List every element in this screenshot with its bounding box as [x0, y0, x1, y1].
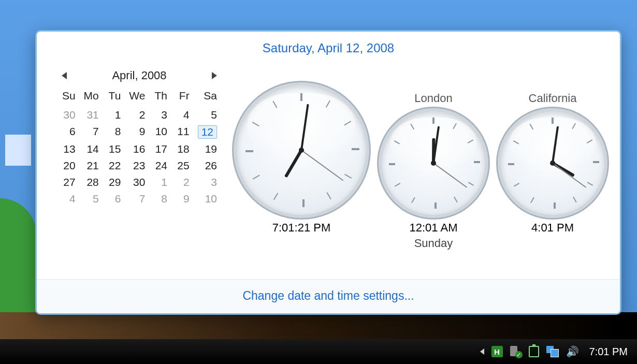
tray-expand-icon[interactable]	[480, 348, 484, 355]
calendar-day-cell[interactable]: 22	[103, 159, 125, 172]
calendar-day-cell[interactable]: 2	[171, 176, 194, 189]
calendar-day-cell[interactable]: 18	[171, 142, 194, 156]
calendar-day-cell[interactable]: 17	[149, 142, 171, 156]
clock-minute-hand	[300, 104, 309, 151]
popup-footer: Change date and time settings...	[37, 279, 620, 313]
calendar-next-month-icon[interactable]	[212, 72, 217, 79]
calendar-day-cell[interactable]: 13	[57, 142, 80, 156]
calendar-day-cell[interactable]: 9	[171, 192, 194, 206]
calendar-day-cell[interactable]: 4	[57, 192, 80, 206]
calendar-dow-header: Fr	[171, 89, 194, 105]
tray-volume-icon[interactable]: 🔊	[566, 345, 579, 358]
calendar-day-cell[interactable]: 1	[149, 176, 171, 189]
calendar-day-cell[interactable]: 7	[125, 192, 149, 206]
clock-column: California4:01 PM	[501, 92, 604, 251]
calendar-day-cell[interactable]: 5	[80, 192, 103, 206]
calendar-day-cell[interactable]: 10	[149, 125, 171, 139]
taskbar-clock[interactable]: 7:01 PM	[589, 346, 628, 358]
clock-second-hand	[433, 163, 467, 188]
calendar-day-cell[interactable]: 26	[194, 159, 221, 172]
calendar-day-cell[interactable]: 28	[80, 176, 103, 189]
clock-column: London12:01 AMSunday	[382, 92, 485, 251]
clock-column: 7:01:21 PM	[237, 66, 366, 251]
calendar-day-cell[interactable]: 14	[80, 142, 103, 156]
calendar-day-cell[interactable]: 4	[171, 108, 194, 122]
calendar-month-title[interactable]: April, 2008	[112, 69, 166, 82]
calendar-day-cell[interactable]: 21	[80, 159, 103, 172]
calendar-day-cell[interactable]: 5	[194, 108, 221, 122]
calendar-prev-month-icon[interactable]	[62, 72, 67, 79]
calendar-day-cell[interactable]: 9	[125, 125, 149, 139]
calendar-day-cell[interactable]: 31	[80, 108, 103, 122]
calendar-day-cell[interactable]: 16	[125, 142, 149, 156]
calendar-day-cell[interactable]: 20	[57, 159, 80, 172]
calendar-dow-header: Su	[57, 89, 80, 105]
clock-day-label: Sunday	[414, 237, 453, 251]
analog-clock-face	[501, 111, 604, 215]
analog-clock-face	[382, 111, 485, 215]
calendar-day-cell[interactable]: 30	[125, 176, 149, 189]
calendar-day-cell[interactable]: 29	[103, 176, 125, 189]
tray-battery-icon[interactable]	[529, 346, 539, 357]
calendar-day-cell[interactable]: 8	[149, 192, 171, 206]
calendar-day-cell[interactable]: 6	[103, 192, 125, 206]
clock-city-label: California	[529, 92, 577, 106]
clock-digital-time: 4:01 PM	[531, 221, 574, 235]
tray-status-ok-icon[interactable]	[510, 346, 522, 357]
clock-hour-hand	[284, 149, 303, 178]
calendar-day-cell[interactable]: 23	[125, 159, 149, 172]
clock-digital-time: 12:01 AM	[410, 221, 458, 235]
calendar-day-cell[interactable]: 15	[103, 142, 125, 156]
calendar-day-cell[interactable]: 12	[194, 125, 221, 139]
calendar-day-cell[interactable]: 24	[149, 159, 171, 172]
calendar-day-cell[interactable]: 19	[194, 142, 221, 156]
tray-network-icon[interactable]	[546, 346, 559, 357]
calendar-day-cell[interactable]: 6	[57, 125, 80, 139]
calendar-dow-header: Sa	[194, 89, 221, 105]
calendar-day-cell[interactable]: 27	[57, 176, 80, 189]
calendar-dow-header: We	[125, 89, 149, 105]
clock-minute-hand	[552, 126, 559, 163]
calendar-dow-header: Tu	[103, 89, 125, 105]
calendar-dow-header: Th	[149, 89, 171, 105]
clock-digital-time: 7:01:21 PM	[272, 221, 331, 235]
calendar-day-cell[interactable]: 30	[57, 108, 80, 122]
calendar-day-cell[interactable]: 11	[171, 125, 194, 139]
calendar-day-cell[interactable]: 25	[171, 159, 194, 172]
calendar-day-cell[interactable]: 3	[194, 176, 221, 189]
date-time-popup: Saturday, April 12, 2008 April, 2008 SuM…	[35, 30, 621, 315]
taskbar: H 🔊 7:01 PM	[0, 339, 637, 364]
clock-city-label: London	[414, 92, 452, 106]
analog-clock-face	[237, 85, 366, 215]
tray-app-h-icon[interactable]: H	[491, 346, 503, 357]
calendar-day-cell[interactable]: 8	[103, 125, 125, 139]
change-date-time-settings-link[interactable]: Change date and time settings...	[242, 289, 414, 302]
calendar: April, 2008 SuMoTuWeThFrSa30311234567891…	[57, 66, 221, 206]
calendar-day-cell[interactable]: 7	[80, 125, 103, 139]
calendar-day-cell[interactable]: 1	[103, 108, 125, 122]
calendar-day-cell[interactable]: 3	[149, 108, 171, 122]
calendar-day-cell[interactable]: 10	[194, 192, 221, 206]
clock-second-hand	[301, 150, 343, 181]
calendar-dow-header: Mo	[80, 89, 103, 105]
clock-second-hand	[552, 163, 586, 188]
calendar-day-cell[interactable]: 2	[125, 108, 149, 122]
current-full-date: Saturday, April 12, 2008	[37, 32, 620, 61]
